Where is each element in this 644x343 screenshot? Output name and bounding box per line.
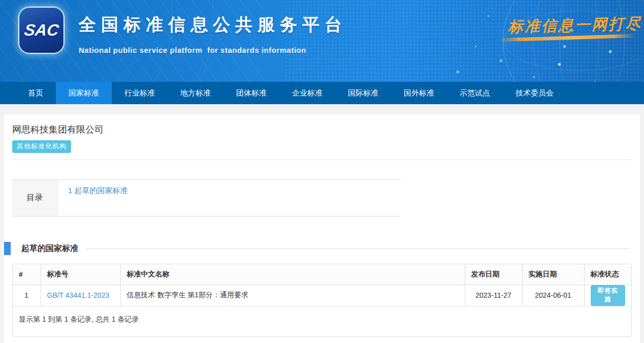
col-header-status: 标准状态 (584, 264, 631, 285)
sac-logo-text: SAC (23, 21, 60, 40)
row-implement-date: 2024-06-01 (522, 285, 584, 306)
org-type-badge: 其他标准化机构 (12, 140, 71, 153)
accent-bar (4, 242, 11, 255)
row-index: 1 (13, 285, 41, 306)
standards-table: # 标准号 标准中文名称 发布日期 实施日期 标准状态 1 GB/T 43441… (13, 264, 631, 306)
nav-item-technical-committee[interactable]: 技术委员会 (503, 82, 566, 104)
page-gap (0, 104, 644, 114)
nav-item-industry-standards[interactable]: 行业标准 (112, 82, 168, 104)
section-header: 起草的国家标准 (12, 242, 632, 255)
col-header-standard-name: 标准中文名称 (120, 264, 465, 285)
site-header: SAC 全国标准信息公共服务平台 National public service… (0, 0, 644, 82)
nav-item-national-standards[interactable]: 国家标准 (56, 82, 112, 104)
standards-table-container: # 标准号 标准中文名称 发布日期 实施日期 标准状态 1 GB/T 43441… (12, 264, 632, 337)
col-header-standard-no: 标准号 (41, 264, 120, 285)
row-status: 即将实施 (584, 285, 631, 306)
nav-item-group-standards[interactable]: 团体标准 (223, 82, 279, 104)
toc-content: 1 起草的国家标准 (58, 180, 401, 216)
toc-box: 目录 1 起草的国家标准 (12, 179, 401, 216)
standard-no-link[interactable]: GB/T 43441.1-2023 (47, 291, 110, 299)
row-publish-date: 2023-11-27 (465, 285, 522, 306)
nav-item-foreign-standards[interactable]: 国外标准 (391, 82, 447, 104)
divider (12, 160, 632, 160)
main-nav: 首页 国家标准 行业标准 地方标准 团体标准 企业标准 国际标准 国外标准 示范… (0, 82, 644, 104)
site-title-block: 全国标准信息公共服务平台 National public service pla… (79, 13, 347, 54)
slogan-calligraphy: 标准信息一网打尽 (508, 14, 630, 38)
status-badge: 即将实施 (591, 285, 626, 306)
section-title: 起草的国家标准 (21, 243, 78, 254)
row-standard-name: 信息技术 数字孪生 第1部分：通用要求 (120, 285, 465, 306)
nav-item-international-standards[interactable]: 国际标准 (335, 82, 391, 104)
company-name: 网思科技集团有限公司 (12, 114, 632, 136)
nav-item-local-standards[interactable]: 地方标准 (168, 82, 223, 104)
table-row: 1 GB/T 43441.1-2023 信息技术 数字孪生 第1部分：通用要求 … (13, 285, 631, 306)
col-header-implement-date: 实施日期 (522, 264, 584, 285)
toc-link-drafted-national-standards[interactable]: 1 起草的国家标准 (68, 186, 128, 195)
col-header-index: # (13, 264, 41, 285)
nav-item-home[interactable]: 首页 (15, 82, 56, 104)
table-header-row: # 标准号 标准中文名称 发布日期 实施日期 标准状态 (13, 264, 631, 285)
row-standard-no: GB/T 43441.1-2023 (41, 285, 120, 306)
toc-label: 目录 (12, 180, 58, 216)
nav-item-pilot-demonstration[interactable]: 示范试点 (447, 82, 503, 104)
col-header-publish-date: 发布日期 (465, 264, 522, 285)
site-subtitle: National public service platform for sta… (79, 46, 347, 54)
table-record-summary: 显示第 1 到第 1 条记录, 总共 1 条记录 (13, 306, 631, 336)
site-title: 全国标准信息公共服务平台 (79, 13, 347, 37)
nav-item-enterprise-standards[interactable]: 企业标准 (279, 82, 335, 104)
content-panel: 网思科技集团有限公司 其他标准化机构 目录 1 起草的国家标准 起草的国家标准 … (4, 114, 640, 343)
sac-logo[interactable]: SAC (19, 8, 63, 53)
network-dots-decoration (488, 15, 489, 17)
section-rule (85, 248, 630, 249)
